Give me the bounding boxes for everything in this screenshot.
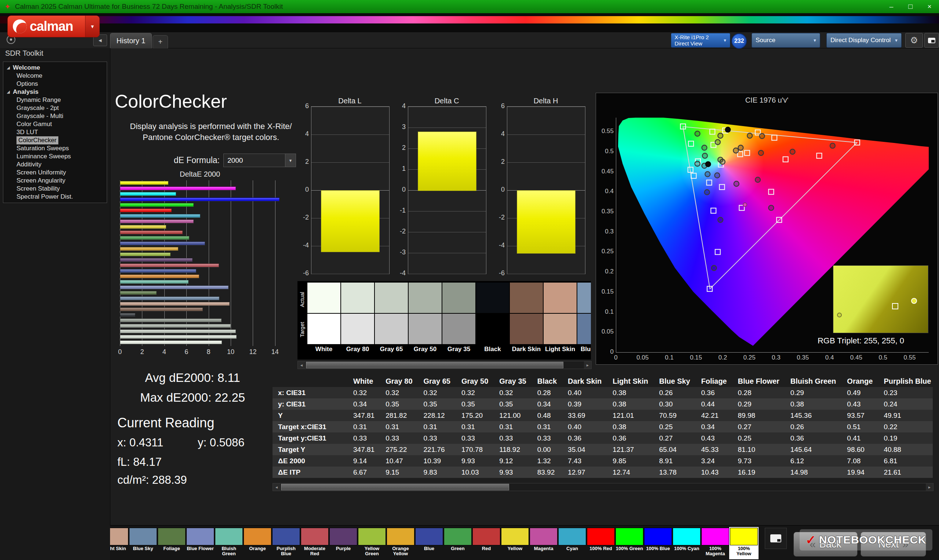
sidebar-item-options[interactable]: Options: [3, 80, 107, 88]
axis-tick-label: 0.15: [687, 354, 705, 362]
patch-swatch: [387, 528, 415, 545]
axis-tick-label: 4: [293, 130, 309, 138]
expander-icon[interactable]: ◢: [7, 88, 13, 96]
gridline: [311, 162, 389, 163]
close-button[interactable]: ×: [920, 0, 939, 13]
patch-button-bluish-green[interactable]: Bluish Green: [215, 528, 243, 558]
calman-logo-button[interactable]: calman ▼: [7, 15, 100, 37]
sidebar-item-label: Luminance Sweeps: [17, 152, 71, 160]
scroll-right-icon[interactable]: ►: [926, 483, 933, 491]
de-formula-dropdown[interactable]: 2000 ▼: [224, 154, 296, 167]
sidebar-item-welcome[interactable]: Welcome: [3, 72, 107, 80]
patch-button-100-blue[interactable]: 100% Blue: [644, 528, 672, 558]
sidebar-item-luminance-sweeps[interactable]: Luminance Sweeps: [3, 152, 107, 160]
table-scrollbar[interactable]: ◄ ►: [273, 483, 933, 491]
maximize-button[interactable]: □: [901, 0, 920, 13]
scroll-left-icon[interactable]: ◄: [298, 362, 305, 369]
scrollbar-thumb[interactable]: [306, 362, 563, 368]
target-swatch: [544, 314, 577, 344]
patch-button-light-skin[interactable]: Light Skin: [110, 528, 128, 558]
patch-button-blue[interactable]: Blue: [415, 528, 443, 558]
swatch-label: Gray 35: [443, 346, 475, 353]
patch-swatch: [644, 528, 672, 545]
deltae-bar-100-yellow: [120, 181, 168, 185]
pattern-window-toggle[interactable]: [765, 528, 787, 549]
gridline: [408, 211, 486, 211]
patch-button-100-green[interactable]: 100% Green: [615, 528, 643, 558]
patch-button-100-cyan[interactable]: 100% Cyan: [673, 528, 701, 558]
source-dropdown[interactable]: Source ▼: [752, 33, 820, 48]
patch-button-cyan[interactable]: Cyan: [558, 528, 586, 558]
patch-button-yellow-green[interactable]: Yellow Green: [358, 528, 386, 558]
sidebar-item-spectral-power-dist[interactable]: Spectral Power Dist.: [3, 193, 107, 201]
patch-button-purple[interactable]: Purple: [329, 528, 357, 558]
scrollbar-thumb[interactable]: [281, 484, 509, 490]
table-cell: 0.48: [532, 410, 562, 421]
table-cell: 8.91: [654, 455, 695, 466]
sidebar-item-additivity[interactable]: Additivity: [3, 160, 107, 169]
deltae-bar-yellow: [120, 225, 166, 229]
strip-scrollbar[interactable]: ◄ ►: [298, 361, 592, 369]
sidebar-item-dynamic-range[interactable]: Dynamic Range: [3, 96, 107, 104]
patch-button-100-yellow[interactable]: 100% Yellow: [730, 528, 758, 558]
sidebar-item-welcome[interactable]: ◢Welcome: [3, 64, 107, 72]
sidebar-item-saturation-sweeps[interactable]: Saturation Sweeps: [3, 145, 107, 152]
deltae-bar-white: [120, 340, 222, 344]
table-cell: 12.74: [607, 466, 654, 478]
table-cell: 0.33: [380, 432, 418, 444]
target-marker: [755, 130, 760, 135]
sidebar-item-grayscale-multi[interactable]: Grayscale - Multi: [3, 112, 107, 120]
column-header-blue-sky: Blue Sky: [654, 375, 695, 387]
deltae-bar-dark-skin: [120, 308, 203, 311]
patch-button-blue-sky[interactable]: Blue Sky: [129, 528, 157, 558]
reading-cdm2: cd/m²: 288.39: [117, 474, 187, 487]
sidebar-item-screen-angularity[interactable]: Screen Angularity: [3, 177, 107, 185]
sidebar-item-grayscale-2pt[interactable]: Grayscale - 2pt: [3, 104, 107, 112]
table-cell: 9.93: [494, 466, 532, 478]
tab-history-1[interactable]: History 1: [110, 33, 152, 48]
patch-label: Light Skin: [110, 546, 128, 551]
patch-button-orange[interactable]: Orange: [244, 528, 271, 558]
patch-label: Purple: [329, 546, 357, 551]
patch-button-foliage[interactable]: Foliage: [158, 528, 186, 558]
sidebar-item-screen-stability[interactable]: Screen Stability: [3, 185, 107, 193]
sidebar-item-analysis[interactable]: ◢Analysis: [3, 88, 107, 96]
patch-button-moderate-red[interactable]: Moderate Red: [301, 528, 328, 558]
table-cell: 10.03: [456, 466, 494, 478]
axis-tick-label: 0.4: [597, 188, 614, 195]
logo-menu-arrow-icon[interactable]: ▼: [85, 16, 99, 37]
sidebar-item-label: 3D LUT: [17, 128, 38, 136]
measured-marker: [705, 189, 710, 195]
scroll-left-icon[interactable]: ◄: [273, 483, 280, 491]
patch-button-blue-flower[interactable]: Blue Flower: [187, 528, 214, 558]
patch-button-100-red[interactable]: 100% Red: [587, 528, 615, 558]
patch-button-green[interactable]: Green: [444, 528, 472, 558]
table-cell: 19.94: [842, 466, 878, 478]
patch-label: 100% Yellow: [730, 546, 758, 556]
patch-button-orange-yellow[interactable]: Orange Yellow: [387, 528, 415, 558]
settings-button[interactable]: ⚙: [905, 33, 923, 48]
patch-button-red[interactable]: Red: [472, 528, 500, 558]
patch-button-magenta[interactable]: Magenta: [530, 528, 558, 558]
pattern-window-button[interactable]: [924, 33, 939, 48]
patch-button-yellow[interactable]: Yellow: [501, 528, 529, 558]
axis-tick-label: 0.45: [597, 168, 614, 175]
column-header-gray-50: Gray 50: [456, 375, 494, 387]
patch-button-purplish-blue[interactable]: Purplish Blue: [272, 528, 300, 558]
sidebar-item-screen-uniformity[interactable]: Screen Uniformity: [3, 169, 107, 177]
display-control-dropdown[interactable]: Direct Display Control ▼: [826, 33, 902, 48]
scroll-right-icon[interactable]: ►: [584, 362, 591, 369]
table-cell: 65.04: [654, 444, 695, 455]
patch-button-100-magenta[interactable]: 100% Magenta: [701, 528, 729, 558]
patch-swatch: [158, 528, 186, 545]
sidebar-item-3d-lut[interactable]: 3D LUT: [3, 128, 107, 136]
sidebar-item-label: Grayscale - 2pt: [17, 104, 59, 112]
table-cell: 0.33: [348, 432, 380, 444]
sidebar-item-label: Welcome: [13, 64, 40, 72]
minimize-button[interactable]: –: [882, 0, 901, 13]
expander-icon[interactable]: ◢: [7, 64, 13, 72]
add-tab-button[interactable]: +: [153, 35, 168, 48]
sidebar-item-colorchecker[interactable]: ColorChecker: [3, 136, 107, 145]
meter-dropdown[interactable]: X-Rite i1Pro 2 Direct View ▼: [671, 33, 730, 48]
sidebar-item-color-gamut[interactable]: Color Gamut: [3, 120, 107, 128]
